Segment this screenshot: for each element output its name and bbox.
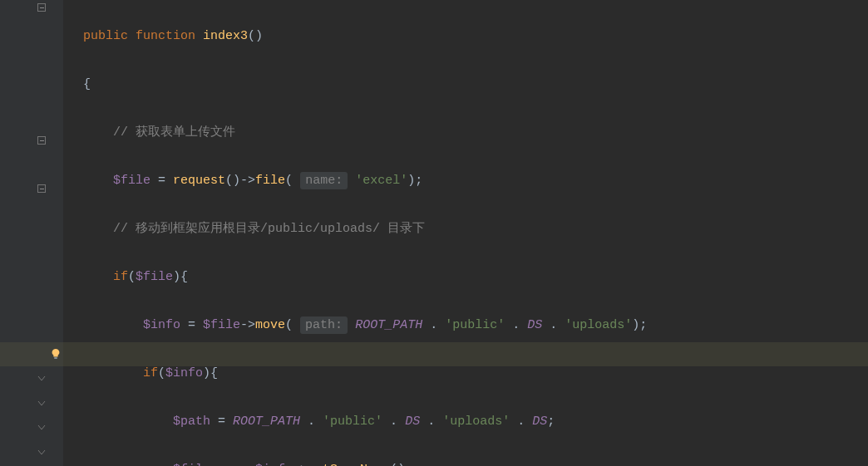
code-line: // 获取表单上传文件 [83, 120, 868, 145]
param-hint: path: [300, 316, 348, 334]
code-editor[interactable]: public function index3() { // 获取表单上传文件 $… [63, 0, 868, 466]
code-line: { [83, 72, 868, 96]
code-line: public function index3() [83, 24, 868, 48]
code-line: $info = $file->move( path: ROOT_PATH . '… [83, 313, 868, 337]
code-line: if($info){ [83, 361, 868, 385]
code-line: $path = ROOT_PATH . 'public' . DS . 'upl… [83, 410, 868, 434]
code-line: if($file){ [83, 265, 868, 289]
param-hint: name: [300, 172, 348, 189]
code-line: $file = request()->file( name: 'excel'); [83, 169, 868, 193]
code-line: // 移动到框架应用根目录/public/uploads/ 目录下 [83, 217, 868, 241]
code-line: $filename= $info->getSaveName(); [83, 458, 868, 466]
gutter [0, 0, 63, 466]
